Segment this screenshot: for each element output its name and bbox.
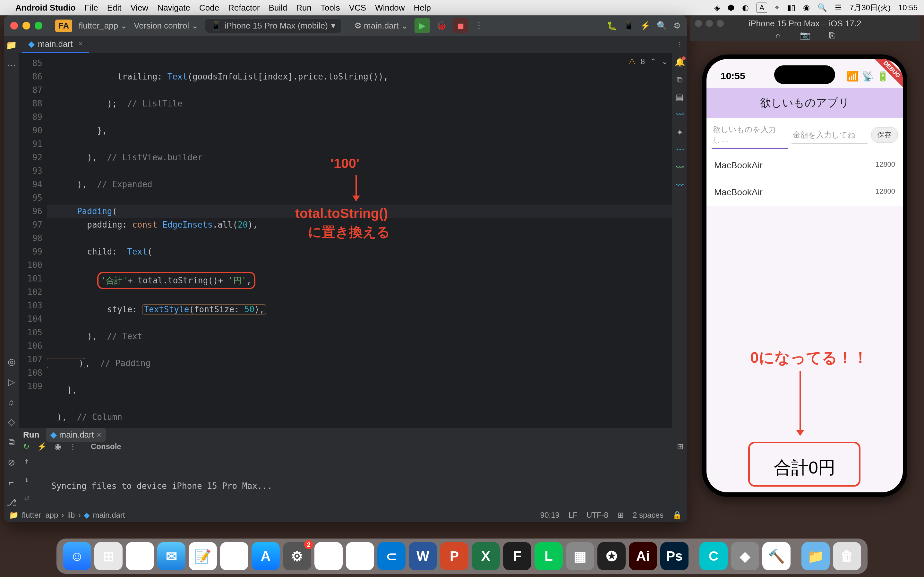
dock-finder-icon[interactable]: ☺ [63, 542, 91, 570]
sim-traffic-lights[interactable] [695, 20, 724, 27]
battery-icon[interactable]: ▮▯ [787, 3, 795, 12]
project-tool-icon[interactable]: 📁 [6, 40, 17, 50]
dock-safari-icon[interactable]: ◎ [126, 542, 154, 570]
dock-mail-icon[interactable]: ✉ [157, 542, 186, 570]
notifications-icon[interactable]: 🔔 [675, 57, 685, 67]
flutter-tool-icon[interactable]: 〰 [676, 110, 684, 120]
menu-edit[interactable]: Edit [107, 3, 121, 13]
flutter-tool-icon[interactable]: 〰 [676, 145, 684, 155]
run-config-tab[interactable]: ◆main.dart× [46, 428, 106, 442]
dock-vscode-icon[interactable]: ⊂ [377, 542, 405, 570]
close-tab-icon[interactable]: × [78, 40, 82, 48]
dock-word-icon[interactable]: W [409, 542, 437, 570]
readonly-icon[interactable]: 🔒 [672, 511, 682, 520]
sim-home-icon[interactable]: ⌂ [775, 31, 780, 40]
flutter-tool-icon[interactable]: 〰 [676, 181, 684, 190]
window-traffic-lights[interactable] [10, 22, 42, 29]
console-output[interactable]: ↑↓⏎» Syncing files to device iPhone 15 P… [19, 451, 687, 508]
scroll-icon[interactable]: ↓ [24, 473, 29, 486]
settings-icon[interactable]: ⚙ [674, 21, 681, 31]
toolbar-icon[interactable]: 📱 [624, 21, 634, 31]
layout-icon[interactable]: ⊞ [677, 442, 683, 451]
project-icon[interactable]: FA [55, 19, 72, 32]
debug-button[interactable]: 🐞 [436, 21, 447, 31]
dock-settings-icon[interactable]: ⚙ [283, 542, 311, 570]
menubar-time[interactable]: 10:55 [898, 3, 918, 12]
menu-build[interactable]: Build [268, 3, 287, 13]
menubar-extra-icon[interactable]: ◐ [742, 3, 749, 12]
flutter-tool-icon[interactable]: 〰 [676, 163, 684, 173]
caret-position[interactable]: 90:19 [540, 511, 559, 520]
item-name-input[interactable]: 欲しいものを入力し… [712, 121, 788, 149]
run-button[interactable]: ▶ [415, 18, 430, 33]
menu-tools[interactable]: Tools [320, 3, 340, 13]
dock-launchpad-icon[interactable]: ⊞ [94, 542, 123, 570]
dock-xcode-icon[interactable]: 🔨 [762, 542, 790, 570]
dock-finalcut-icon[interactable]: ✪ [598, 542, 626, 570]
tool-icon[interactable]: ◉ [55, 442, 61, 451]
save-button[interactable]: 保存 [871, 127, 898, 143]
terminal-tool-icon[interactable]: ⌐ [9, 477, 14, 488]
scroll-icon[interactable]: ↑ [24, 455, 29, 467]
menu-view[interactable]: View [130, 3, 148, 13]
item-price-input[interactable]: 金額を入力してね [792, 127, 867, 143]
dock-appstore-icon[interactable]: A [252, 542, 280, 570]
wifi-icon[interactable]: ◉ [803, 3, 810, 12]
dock-excel-icon[interactable]: X [472, 542, 500, 570]
toolbar-icon[interactable]: ⚡ [640, 21, 650, 31]
dock-slack-icon[interactable]: # [346, 542, 374, 570]
structure-tool-icon[interactable]: ⧉ [8, 437, 15, 448]
project-name[interactable]: flutter_app ⌄ [79, 21, 128, 31]
input-source-icon[interactable]: A [756, 3, 767, 13]
dock-powerpoint-icon[interactable]: P [440, 542, 468, 570]
run-config-selector[interactable]: ⚙ main.dart ⌄ [354, 21, 408, 31]
file-encoding[interactable]: UTF-8 [586, 511, 608, 520]
code-content[interactable]: trailing: Text(goodsInfoList[index].pric… [47, 53, 672, 428]
menu-window[interactable]: Window [375, 3, 405, 13]
dock-zoom-icon[interactable]: Z [314, 542, 342, 570]
editor-tab-main[interactable]: ◆main.dart× [22, 36, 89, 53]
stop-button[interactable]: ◼ [453, 18, 468, 33]
dock-illustrator-icon[interactable]: Ai [629, 542, 657, 570]
more-icon[interactable]: ⋮ [69, 442, 77, 451]
more-actions-icon[interactable]: ⋮ [475, 21, 483, 31]
menubar-date[interactable]: 7月30日(火) [850, 3, 891, 13]
tool-icon[interactable]: ◎ [8, 356, 15, 367]
bluetooth-icon[interactable]: ⌖ [775, 3, 779, 12]
menubar-app-name[interactable]: Android Studio [15, 3, 76, 13]
control-center-icon[interactable]: ☰ [835, 3, 842, 12]
menu-code[interactable]: Code [199, 3, 219, 13]
search-everywhere-icon[interactable]: 🔍 [657, 21, 667, 31]
tool-icon[interactable]: ✦ [676, 127, 683, 137]
vcs-tool-icon[interactable]: ⎇ [6, 497, 17, 508]
menu-help[interactable]: Help [414, 3, 431, 13]
list-item[interactable]: MacBookAir12800 [706, 152, 903, 179]
sim-icon[interactable]: ⎘ [829, 31, 835, 40]
dock-trash-icon[interactable]: 🗑 [833, 542, 861, 570]
run-tool-icon[interactable]: ▷ [8, 377, 15, 387]
menu-refactor[interactable]: Refactor [228, 3, 260, 13]
dock-chrome-icon[interactable]: ◉ [220, 542, 248, 570]
rerun-icon[interactable]: ↻ [23, 442, 29, 451]
dock-notes-icon[interactable]: 📝 [189, 542, 217, 570]
wrap-icon[interactable]: ⏎ [24, 492, 29, 504]
dock-canva-icon[interactable]: C [699, 542, 728, 570]
menubar-extra-icon[interactable]: ⬢ [728, 3, 734, 12]
editor-menu-icon[interactable]: ⋮ [677, 41, 682, 47]
tool-icon[interactable]: ⧉ [677, 75, 683, 85]
run-tab[interactable]: Run [23, 430, 39, 440]
hot-reload-icon[interactable]: ⚡ [37, 442, 47, 451]
menu-navigate[interactable]: Navigate [157, 3, 190, 13]
sim-screenshot-icon[interactable]: 📷 [800, 31, 810, 40]
dock-line-icon[interactable]: L [535, 542, 563, 570]
menubar-extra-icon[interactable]: ◈ [714, 3, 720, 12]
indent-setting[interactable]: 2 spaces [633, 511, 664, 520]
dock-app-icon[interactable]: ◆ [731, 542, 759, 570]
breadcrumb[interactable]: 📁flutter_app›lib›◆main.dart [9, 511, 125, 520]
line-separator[interactable]: LF [569, 511, 577, 520]
code-editor[interactable]: ⚠8⌃⌄ 85868788899091929394959697989910010… [19, 53, 687, 428]
inspection-widget[interactable]: ⚠8⌃⌄ [628, 57, 668, 66]
dock-downloads-icon[interactable]: 📁 [801, 542, 830, 570]
menu-vcs[interactable]: VCS [349, 3, 366, 13]
more-tool-icon[interactable]: ⋯ [7, 60, 16, 71]
